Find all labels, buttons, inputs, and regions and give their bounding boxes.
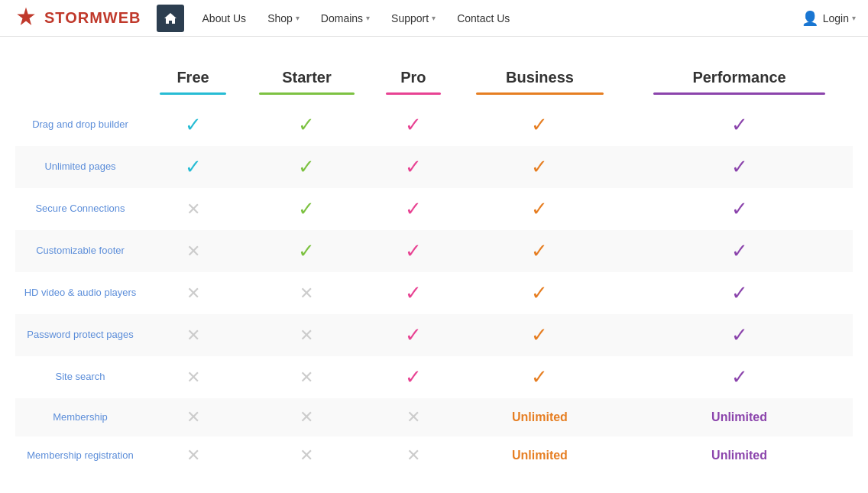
cell-pro: ✓ [373,314,454,356]
cross-icon: ✕ [186,446,200,465]
cell-free: ✕ [145,230,241,272]
cell-business: Unlimited [454,436,626,475]
main-content: Free Starter Pro Business Performance [0,37,868,490]
brand-svg-icon [12,5,40,32]
check-icon: ✓ [405,239,422,262]
cell-starter: ✕ [241,314,373,356]
cell-business: ✓ [454,104,626,146]
cross-icon: ✕ [186,368,200,387]
cell-pro: ✓ [373,146,454,188]
table-row: Unlimited pages✓✓✓✓✓ [15,146,853,188]
cross-icon: ✕ [186,199,200,219]
check-icon: ✓ [298,239,315,262]
cell-free: ✕ [145,272,241,314]
nav-domains[interactable]: Domains▾ [310,0,381,37]
cell-pro: ✓ [373,188,454,230]
feature-label: Secure Connections [15,188,145,230]
check-icon: ✓ [185,155,202,178]
navbar: STORMWEB About Us Shop▾ Domains▾ Support… [0,0,868,37]
nav-shop[interactable]: Shop▾ [257,0,310,37]
home-nav-button[interactable] [157,5,184,32]
cross-icon: ✕ [186,284,200,303]
feature-label: Membership registration [15,436,145,475]
table-row: Drag and drop builder✓✓✓✓✓ [15,104,853,146]
check-icon: ✓ [731,197,748,220]
cell-business: ✓ [454,356,626,398]
check-icon: ✓ [405,365,422,388]
cell-free: ✕ [145,314,241,356]
feature-label: Password protect pages [15,314,145,356]
cell-business: Unlimited [454,398,626,436]
table-row: Secure Connections✕✓✓✓✓ [15,188,853,230]
col-header-performance: Performance [626,60,853,104]
cross-icon: ✕ [186,242,200,261]
cell-starter: ✕ [241,356,373,398]
nav-contact-us[interactable]: Contact Us [446,0,520,37]
login-button[interactable]: Login ▾ [823,12,856,24]
underline-free [160,92,226,95]
unlimited-label: Unlimited [512,449,568,462]
cell-starter: ✓ [241,188,373,230]
nav-about-us[interactable]: About Us [192,0,257,37]
check-icon: ✓ [531,281,548,304]
user-icon: 👤 [802,10,818,27]
table-row: Membership registration✕✕✕UnlimitedUnlim… [15,436,853,475]
nav-right-section: 👤 Login ▾ [802,10,856,27]
check-icon: ✓ [298,155,315,178]
cell-free: ✓ [145,146,241,188]
col-header-pro: Pro [373,60,454,104]
cell-pro: ✕ [373,398,454,436]
feature-col-header [15,60,145,104]
cell-performance: Unlimited [626,436,853,475]
cell-pro: ✕ [373,436,454,475]
check-icon: ✓ [405,323,422,346]
cell-business: ✓ [454,146,626,188]
unlimited-label: Unlimited [512,410,568,423]
cell-performance: ✓ [626,314,853,356]
cross-icon: ✕ [186,407,200,427]
col-header-free: Free [145,60,241,104]
table-row: HD video & audio players✕✕✓✓✓ [15,272,853,314]
cross-icon: ✕ [300,326,313,345]
check-icon: ✓ [731,113,748,136]
table-row: Site search✕✕✓✓✓ [15,356,853,398]
cell-business: ✓ [454,272,626,314]
check-icon: ✓ [531,113,548,136]
cross-icon: ✕ [300,446,313,465]
table-row: Password protect pages✕✕✓✓✓ [15,314,853,356]
check-icon: ✓ [731,155,748,178]
feature-label: Site search [15,356,145,398]
check-icon: ✓ [531,155,548,178]
cell-performance: Unlimited [626,398,853,436]
check-icon: ✓ [531,323,548,346]
cell-starter: ✕ [241,398,373,436]
cell-starter: ✓ [241,104,373,146]
check-icon: ✓ [531,239,548,262]
cell-pro: ✓ [373,356,454,398]
feature-label: Membership [15,398,145,436]
comparison-table: Free Starter Pro Business Performance [15,60,853,475]
cell-free: ✕ [145,436,241,475]
check-icon: ✓ [731,323,748,346]
check-icon: ✓ [405,197,422,220]
col-header-starter: Starter [241,60,373,104]
table-row: Membership✕✕✕UnlimitedUnlimited [15,398,853,436]
feature-label: Unlimited pages [15,146,145,188]
check-icon: ✓ [405,155,422,178]
col-header-business: Business [454,60,626,104]
unlimited-label: Unlimited [711,410,767,423]
nav-support[interactable]: Support▾ [381,0,446,37]
cell-free: ✕ [145,356,241,398]
feature-label: HD video & audio players [15,272,145,314]
cross-icon: ✕ [300,368,313,387]
cross-icon: ✕ [300,284,313,303]
brand-logo-link[interactable]: STORMWEB [12,5,141,32]
cell-free: ✓ [145,104,241,146]
feature-label: Customizable footer [15,230,145,272]
underline-performance [653,92,825,95]
feature-label: Drag and drop builder [15,104,145,146]
underline-business [476,92,604,95]
cell-starter: ✓ [241,230,373,272]
cell-pro: ✓ [373,230,454,272]
cross-icon: ✕ [186,326,200,345]
